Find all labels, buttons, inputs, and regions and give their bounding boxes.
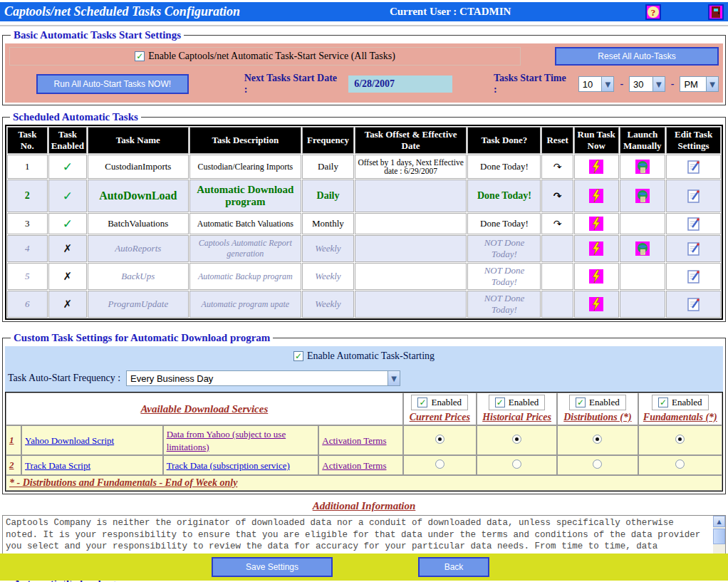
yahoo-description-link[interactable]: Data from Yahoo (subject to use limitati… <box>167 429 286 452</box>
ampm-select[interactable]: PM ▼ <box>680 76 719 92</box>
task-description: Automatic program upate <box>189 291 302 318</box>
run-task-now-button[interactable] <box>574 155 619 179</box>
edit-task-settings-button[interactable] <box>666 213 721 234</box>
download-services-table: Available Download Services ✓Enabled Cur… <box>5 392 723 492</box>
run-task-now-button[interactable] <box>574 180 619 212</box>
scroll-up-icon[interactable]: ▲ <box>713 516 725 527</box>
task-name: BackUps <box>88 263 188 290</box>
launch-cell-empty <box>620 291 666 318</box>
task-offset <box>355 263 467 290</box>
launch-manually-button[interactable] <box>620 155 666 179</box>
frequency-select[interactable]: Every Business Day ▼ <box>126 370 400 386</box>
table-header-row: Task No. Task Enabled Task Name Task Des… <box>7 127 721 154</box>
activation-terms-link[interactable]: Activation Terms <box>322 460 386 471</box>
radio-historical-prices[interactable] <box>512 435 521 444</box>
reset-all-auto-tasks-button[interactable]: Reset All Auto-Tasks <box>555 47 719 66</box>
hour-select[interactable]: 10 ▼ <box>578 76 615 92</box>
task-no: 3 <box>7 213 48 234</box>
track-data-script-link[interactable]: Track Data Script <box>25 460 90 471</box>
reset-arrow-icon[interactable]: ↷ <box>553 190 562 202</box>
enable-all-tasks-box: ✓ Enable Captools/net Automatic Task-Sta… <box>9 47 521 66</box>
ampm-value: PM <box>684 79 698 90</box>
enable-all-tasks-checkbox[interactable]: ✓ <box>135 51 145 61</box>
current-user-label: Current User : CTADMIN <box>390 6 511 18</box>
edit-task-settings-button[interactable] <box>666 263 721 290</box>
col-fundamentals: Fundamentals (*) <box>642 412 719 423</box>
radio-current-prices[interactable] <box>435 435 444 444</box>
edit-task-settings-button[interactable] <box>666 291 721 318</box>
reset-cell-empty <box>541 291 573 318</box>
services-header-row: Available Download Services ✓Enabled Cur… <box>6 393 722 425</box>
task-name: BatchValuations <box>88 213 188 234</box>
help-icon[interactable]: ? <box>645 4 661 20</box>
radio-distributions[interactable] <box>593 459 602 469</box>
save-settings-button[interactable]: Save Settings <box>212 557 333 577</box>
next-date-label: Next Tasks Start Date : <box>244 73 340 95</box>
enabled-checkbox[interactable]: ✓ <box>658 397 668 407</box>
edit-task-settings-button[interactable] <box>666 235 721 262</box>
col-historical-prices: Historical Prices <box>480 412 553 423</box>
reset-cell-empty <box>541 235 573 262</box>
enabled-checkbox[interactable]: ✓ <box>417 397 427 407</box>
back-button[interactable]: Back <box>418 557 489 577</box>
run-task-now-button[interactable] <box>574 263 619 290</box>
task-done: Done Today! <box>467 155 541 179</box>
task-no: 6 <box>7 291 48 318</box>
table-row-disabled: 6 ✗ ProgramUpdate Automatic program upat… <box>7 291 721 318</box>
radio-distributions[interactable] <box>593 435 602 444</box>
task-name: AutoReports <box>88 235 188 262</box>
service-number: 2 <box>6 455 21 475</box>
radio-fundamentals[interactable] <box>675 459 685 469</box>
hour-value: 10 <box>583 79 593 90</box>
table-row-selected: 2 ✓ AutoDownLoad Automatic Download prog… <box>7 180 721 212</box>
enable-auto-task-start-label: Enable Automatic Task-Starting <box>307 350 435 362</box>
radio-current-prices[interactable] <box>435 459 444 469</box>
service-row: 2 Track Data Script Track Data (subscrip… <box>6 455 722 475</box>
launch-manually-button[interactable] <box>620 235 666 262</box>
exit-door-icon[interactable] <box>708 4 724 20</box>
edit-task-settings-button[interactable] <box>666 155 721 179</box>
cross-icon: ✗ <box>63 242 73 255</box>
frequency-value: Every Business Day <box>130 373 213 384</box>
service-number: 1 <box>6 425 21 455</box>
task-frequency: Daily <box>302 155 354 179</box>
chevron-down-icon: ▼ <box>388 371 400 385</box>
run-task-now-button[interactable] <box>574 213 619 234</box>
radio-fundamentals[interactable] <box>675 435 685 444</box>
enable-auto-task-start-checkbox[interactable]: ✓ <box>293 351 303 361</box>
scrollbar-thumb[interactable] <box>713 529 725 544</box>
scheduled-tasks-section: Scheduled Automatic Tasks Task No. Task … <box>2 111 726 322</box>
next-date-field[interactable]: 6/28/2007 <box>348 76 452 93</box>
run-task-now-button[interactable] <box>574 291 619 318</box>
start-time-label: Tasks Start Time : <box>494 73 570 95</box>
col-task-done: Task Done? <box>467 127 541 154</box>
activation-terms-link[interactable]: Activation Terms <box>322 435 386 446</box>
col-task-description: Task Description <box>189 127 302 154</box>
task-frequency: Daily <box>302 180 354 212</box>
enabled-header-current: ✓Enabled Current Prices <box>403 393 477 425</box>
track-data-description-link[interactable]: Track Data (subscription service) <box>167 460 290 471</box>
minute-select[interactable]: 30 ▼ <box>629 76 665 92</box>
run-task-now-button[interactable] <box>574 235 619 262</box>
enabled-header-fundamentals: ✓Enabled Fundamentals (*) <box>638 393 722 425</box>
task-no: 5 <box>7 263 48 290</box>
check-icon: ✓ <box>63 160 73 174</box>
task-description: Automatic Batch Valuations <box>189 213 302 234</box>
reset-arrow-icon[interactable]: ↷ <box>553 218 562 229</box>
yahoo-download-script-link[interactable]: Yahoo Download Script <box>25 435 114 446</box>
custom-settings-section: Custom Task Settings for Automatic Downl… <box>2 332 726 494</box>
check-icon: ✓ <box>63 217 73 231</box>
run-all-auto-start-button[interactable]: Run All Auto-Start Tasks NOW! <box>36 74 189 94</box>
title-bar: Captools/net Scheduled Tasks Configurati… <box>0 2 728 21</box>
enabled-checkbox[interactable]: ✓ <box>576 397 586 407</box>
radio-historical-prices[interactable] <box>512 459 521 469</box>
edit-task-settings-button[interactable] <box>666 180 721 212</box>
task-done: Done Today! <box>467 213 541 234</box>
reset-arrow-icon[interactable]: ↷ <box>553 161 562 172</box>
task-no: 2 <box>7 180 48 212</box>
chevron-down-icon: ▼ <box>706 77 718 91</box>
enabled-checkbox[interactable]: ✓ <box>495 397 505 407</box>
basic-settings-body: ✓ Enable Captools/net Automatic Task-Sta… <box>5 43 723 103</box>
launch-manually-button[interactable] <box>620 180 666 212</box>
task-name: CustodianImports <box>88 155 188 179</box>
